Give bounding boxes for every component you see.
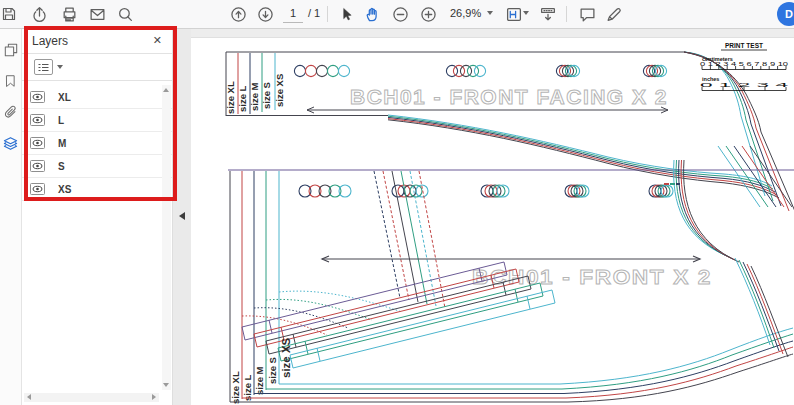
document-viewport[interactable]: size XL size L size M size S size XS BCH… [190,28,794,405]
svg-text:size XS: size XS [280,337,292,378]
svg-text:size XS: size XS [274,74,285,107]
svg-text:size M: size M [249,82,260,111]
page-count-label: / 1 [308,4,320,22]
red-highlight-rectangle [24,26,177,201]
facing-size-labels: size XL size L size M size S size XS [225,74,285,114]
print-test-title: PRINT TEST [725,42,763,49]
scroll-down-arrow[interactable] [163,383,169,387]
page-fit-caret[interactable] [523,11,529,15]
next-page-button[interactable] [253,2,277,26]
search-button[interactable] [113,2,137,26]
zoom-level-value[interactable]: 26,9% [450,4,481,22]
print-button[interactable] [57,2,81,26]
navigation-sidebar [0,28,22,405]
zoom-dropdown-caret[interactable] [487,11,493,15]
comment-tool-button[interactable] [575,2,599,26]
scroll-right-arrow[interactable] [152,394,156,400]
toolbar: 1 / 1 26,9% D [0,0,794,29]
inch-scale-numbers: 0 1 2 3 4 [700,83,790,88]
fill-sign-pen-button[interactable] [602,2,626,26]
svg-text:size L: size L [242,374,253,401]
attachments-button[interactable] [2,103,20,121]
svg-text:size M: size M [254,366,265,395]
svg-text:size L: size L [237,85,248,112]
panel-horizontal-scrollbar[interactable] [24,393,159,402]
user-avatar[interactable]: D [777,2,794,26]
toolbar-divider [566,6,567,22]
front-piece: BCH01 - FRONT X 2 s [228,146,794,404]
svg-text:size S: size S [267,357,278,384]
toolbar-divider [327,6,328,22]
grain-line-front [322,256,700,262]
zoom-out-button[interactable] [388,2,412,26]
print-test-box: PRINT TEST centimeters 0 1 2 3 4 5 6 7 8… [700,42,790,91]
facing-drill-holes [294,65,666,76]
layers-panel-button[interactable] [2,134,20,152]
svg-text:size S: size S [261,82,272,109]
page-number-input[interactable]: 1 [283,4,303,23]
front-size-labels: size XL size L size M size S size XS [230,337,292,404]
previous-page-button[interactable] [226,2,250,26]
bookmarks-button[interactable] [2,72,20,90]
page-thumbnails-button[interactable] [2,41,20,59]
hand-tool-button[interactable] [360,2,384,26]
svg-text:size XL: size XL [230,371,241,404]
front-drill-holes [299,185,673,197]
email-button[interactable] [85,2,109,26]
cm-scale-numbers: 0 1 2 3 4 5 6 7 8 9 10 [700,62,789,67]
pattern-drawing: size XL size L size M size S size XS BCH… [190,28,794,405]
save-button[interactable] [0,2,21,26]
zoom-in-button[interactable] [416,2,440,26]
share-button[interactable] [27,2,51,26]
inch-label: inches [702,76,719,82]
acrobat-window: size XL size L size M size S size XS BCH… [0,0,794,405]
scroll-left-arrow[interactable] [27,394,31,400]
svg-text:size XL: size XL [225,81,236,114]
collapse-panel-arrow-icon[interactable] [179,212,185,220]
facing-piece-title: BCH01 - FRONT FACING X 2 [350,85,668,108]
hide-toolbar-button[interactable] [536,2,560,26]
select-tool-button[interactable] [334,2,358,26]
